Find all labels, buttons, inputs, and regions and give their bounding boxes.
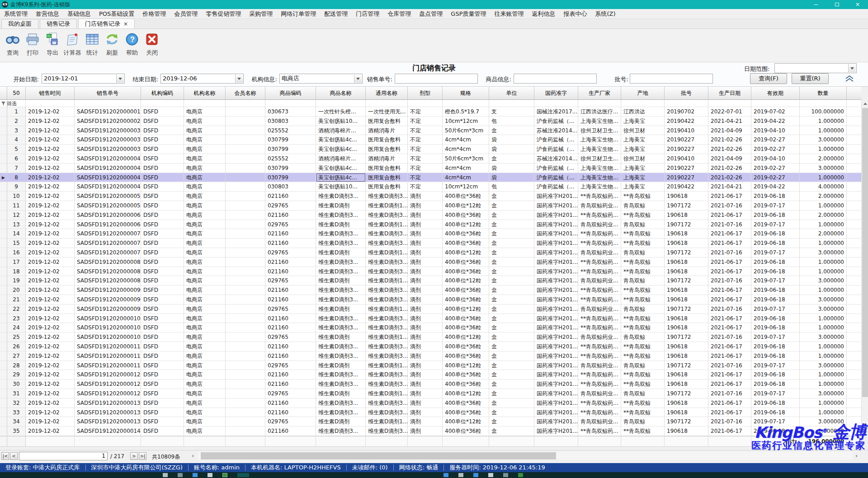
grid-cell[interactable] (708, 436, 751, 447)
grid-cell[interactable]: 029765 (265, 333, 316, 342)
grid-cell[interactable] (578, 100, 621, 107)
grid-cell[interactable] (621, 100, 665, 107)
grid-cell[interactable]: 2019-07-17 (751, 305, 800, 314)
grid-cell[interactable]: 021160 (265, 408, 316, 417)
grid-cell[interactable]: 江西洪达 (621, 107, 665, 117)
grid-cell[interactable] (800, 100, 847, 107)
grid-cell[interactable]: 2021-04-09 (708, 126, 751, 136)
grid-cell[interactable]: 上海美宝生物... (578, 173, 621, 183)
grid-cell[interactable]: **青岛双鲸药... (578, 314, 621, 323)
grid-cell[interactable] (0, 145, 7, 154)
grid-cell[interactable]: 2021-07-16 (708, 220, 751, 230)
grid-cell[interactable] (226, 314, 265, 323)
grid-cell[interactable] (0, 220, 7, 230)
grid-cell[interactable]: DSFD (141, 408, 184, 417)
grid-cell[interactable] (226, 436, 265, 447)
grid-cell[interactable]: 2019-12-02 (26, 398, 75, 408)
grid-cell[interactable]: 2019-12-02 (26, 426, 75, 436)
grid-cell[interactable]: 2021-06-17 (708, 342, 751, 351)
grid-cell[interactable] (489, 100, 534, 107)
taskbar-icon[interactable] (178, 473, 183, 477)
grid-cell[interactable]: 不定 (408, 164, 443, 173)
grid-cell[interactable]: 美宝创疡贴4c... (316, 173, 366, 183)
menu-item-会员管理[interactable]: 会员管理 (170, 9, 202, 19)
grid-cell[interactable]: 2022-07-01 (708, 107, 751, 117)
grid-cell[interactable] (226, 220, 265, 230)
grid-cell[interactable]: 维生素D滴剂3... (316, 295, 366, 305)
grid-cell[interactable]: SADSFD191202000014 (75, 426, 141, 436)
grid-cell[interactable]: 2021-06-17 (708, 398, 751, 408)
grid-cell[interactable]: 苏械注准2014... (534, 126, 578, 136)
taskbar-icon[interactable] (473, 473, 478, 477)
grid-cell[interactable]: 2019-06-18 (751, 211, 800, 220)
grid-cell[interactable]: SADSFD191202000007 (75, 248, 141, 258)
table-row[interactable]: 352019-12-02SADSFD191202000014DSFD电商店021… (0, 426, 861, 436)
grid-cell[interactable]: 190618 (665, 258, 708, 267)
grid-cell[interactable]: 维生素D滴剂3... (366, 229, 408, 239)
grid-cell[interactable]: 025552 (265, 126, 316, 136)
grid-cell[interactable]: 2019-06-18 (751, 258, 800, 267)
grid-cell[interactable] (847, 333, 861, 342)
grid-cell[interactable]: 20190227 (665, 145, 708, 154)
grid-cell[interactable]: 上海美宝 (621, 145, 665, 154)
grid-cell[interactable]: 维生素D滴剂3... (366, 408, 408, 417)
grid-cell[interactable] (847, 135, 861, 145)
grid-cell[interactable] (0, 333, 7, 342)
grid-cell[interactable]: 2021-04-09 (708, 154, 751, 164)
grid-cell[interactable] (621, 436, 665, 447)
scroll-up-icon[interactable] (862, 100, 868, 107)
grid-cell[interactable] (847, 220, 861, 230)
grid-cell[interactable]: 400单位*36粒 (443, 211, 489, 220)
grid-cell[interactable]: 盒 (489, 323, 534, 333)
grid-cell[interactable]: 青岛双鲸 (621, 276, 665, 286)
grid-cell[interactable]: 3.000000 (800, 276, 847, 286)
grid-cell[interactable]: 2019-06-18 (751, 267, 800, 276)
grid-cell[interactable] (847, 380, 861, 389)
grid-cell[interactable]: 国械注准2017... (534, 107, 578, 117)
grid-cell[interactable]: 滴剂 (408, 201, 443, 211)
table-row[interactable]: 272019-12-02SADSFD191202000011DSFD电商店021… (0, 351, 861, 361)
menu-item-仓库管理[interactable]: 仓库管理 (383, 9, 415, 19)
grid-cell[interactable]: 电商店 (184, 192, 226, 201)
grid-cell[interactable] (847, 408, 861, 417)
grid-cell[interactable]: DSFD (141, 117, 184, 126)
grid-cell[interactable]: SADSFD191202000008 (75, 267, 141, 276)
grid-cell[interactable]: 电商店 (184, 314, 226, 323)
grid-cell[interactable]: 2019-12-02 (26, 239, 75, 248)
grid-cell[interactable]: 2019-12-02 (26, 342, 75, 351)
grid-cell[interactable] (847, 417, 861, 426)
grid-cell[interactable]: 盒 (489, 305, 534, 314)
grid-cell[interactable] (0, 117, 7, 126)
grid-cell[interactable]: 35 (7, 426, 26, 436)
grid-cell[interactable]: 2019-12-02 (26, 173, 75, 183)
grid-cell[interactable]: 1.000000 (800, 258, 847, 267)
grid-cell[interactable]: **青岛双鲸 (621, 351, 665, 361)
grid-cell[interactable]: SADSFD191202000007 (75, 239, 141, 248)
grid-cell[interactable] (847, 426, 861, 436)
grid-cell[interactable] (226, 417, 265, 426)
grid-cell[interactable] (316, 436, 366, 447)
grid-cell[interactable]: SADSFD191202000002 (75, 117, 141, 126)
grid-cell[interactable]: 3.000000 (800, 361, 847, 370)
grid-cell[interactable] (847, 173, 861, 183)
grid-cell[interactable]: 电商店 (184, 107, 226, 117)
grid-cell[interactable]: 2019-07-17 (751, 361, 800, 370)
grid-cell[interactable]: 维生素D滴剂3... (316, 351, 366, 361)
grid-cell[interactable]: 190618 (665, 211, 708, 220)
grid-cell[interactable]: DSFD (141, 229, 184, 239)
grid-cell[interactable]: 盒 (489, 126, 534, 136)
grid-cell[interactable]: 2019-12-02 (26, 370, 75, 380)
grid-cell[interactable]: 190618 (665, 229, 708, 239)
grid-cell[interactable]: 一次性针头橙... (316, 107, 366, 117)
grid-cell[interactable]: 3.000000 (800, 248, 847, 258)
grid-cell[interactable]: 2019-06-18 (751, 342, 800, 351)
grid-cell[interactable]: DSFD (141, 380, 184, 389)
grid-cell[interactable]: 021160 (265, 323, 316, 333)
grid-cell[interactable]: 400单位*36粒 (443, 398, 489, 408)
grid-cell[interactable]: 国药准字H201... (534, 314, 578, 323)
grid-cell[interactable]: SADSFD191202000011 (75, 361, 141, 370)
grid-cell[interactable]: 包 (489, 182, 534, 192)
grid-cell[interactable]: 400单位*12粒 (443, 361, 489, 370)
grid-cell[interactable]: 滴剂 (408, 220, 443, 230)
grid-cell[interactable] (0, 107, 7, 117)
